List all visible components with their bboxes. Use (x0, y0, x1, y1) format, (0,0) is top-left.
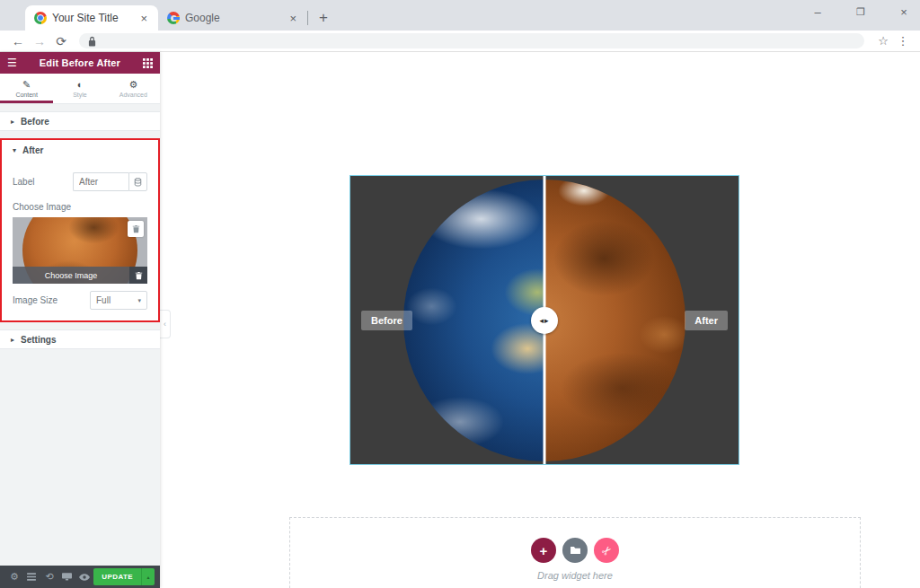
tab-close-icon[interactable]: × (288, 12, 298, 25)
section-before[interactable]: ▸ Before (0, 111, 160, 131)
maximize-button[interactable]: ❐ (852, 6, 870, 18)
after-label-input[interactable] (73, 172, 128, 191)
drag-widget-hint: Drag widget here (537, 570, 613, 581)
before-badge: Before (361, 311, 412, 330)
panel-tabs: ✎ Content ◐ Style ⚙ Advanced (0, 74, 160, 104)
trash-icon (132, 224, 140, 233)
lock-icon (88, 36, 96, 47)
label-field-label: Label (13, 177, 34, 187)
pencil-icon: ✎ (22, 79, 31, 90)
choose-image-button[interactable]: Choose Image (13, 267, 129, 284)
image-size-value: Full (96, 295, 137, 305)
section-after-label: After (22, 145, 43, 155)
tab-content-label: Content (15, 92, 38, 98)
tab-style[interactable]: ◐ Style (53, 74, 106, 103)
close-window-button[interactable]: × (895, 5, 913, 19)
panel-body: ▸ Before ▾ After Label (0, 104, 160, 349)
tab-title: Google (185, 12, 282, 24)
tab-title: Your Site Title (52, 12, 133, 24)
update-options-caret[interactable]: ▴ (141, 568, 155, 585)
mars-after-image (544, 180, 686, 461)
preview-canvas: Before After ◂▸ + ✂ Drag widget here (160, 52, 920, 588)
bookmark-star-icon[interactable]: ☆ (873, 34, 893, 48)
panel-footer: ⚙ ⟲ UPDATE ▴ (0, 566, 160, 588)
navigator-icon[interactable] (23, 573, 41, 581)
window-controls: – ❐ × (809, 0, 913, 23)
hamburger-menu-icon[interactable]: ☰ (7, 57, 17, 68)
settings-gear-icon[interactable]: ⚙ (5, 571, 23, 583)
section-settings[interactable]: ▸ Settings (0, 329, 160, 349)
widgets-grid-icon[interactable] (143, 58, 153, 68)
minimize-button[interactable]: – (809, 5, 827, 19)
reload-button[interactable]: ⟳ (50, 32, 72, 50)
choose-image-bar: Choose Image (13, 267, 147, 284)
tab-advanced-label: Advanced (119, 92, 147, 98)
scissors-button[interactable]: ✂ (594, 538, 619, 563)
google-favicon-icon (167, 12, 180, 24)
section-before-label: Before (21, 117, 49, 127)
responsive-mode-icon[interactable] (58, 573, 76, 581)
gear-icon: ⚙ (128, 79, 137, 90)
forward-button[interactable]: → (29, 32, 50, 50)
drop-area[interactable]: + ✂ Drag widget here (289, 517, 861, 588)
remove-image-button[interactable] (128, 221, 144, 237)
image-preview-box[interactable]: Choose Image (13, 217, 147, 284)
tab-separator (307, 11, 308, 25)
settings-wrap: ▸ Settings (0, 329, 160, 349)
tab-style-label: Style (73, 92, 87, 98)
back-button[interactable]: ← (7, 32, 29, 50)
panel-header: ☰ Edit Before After (0, 52, 160, 74)
panel-title: Edit Before After (17, 57, 143, 68)
caret-right-icon: ▸ (11, 336, 14, 344)
add-section-button[interactable]: + (531, 538, 556, 563)
monitor-icon (62, 573, 72, 581)
database-icon (134, 178, 142, 187)
image-size-label: Image Size (13, 295, 58, 305)
browser-menu-icon[interactable]: ⋮ (893, 34, 913, 48)
caret-down-icon: ▾ (13, 146, 16, 154)
scissors-icon: ✂ (598, 542, 615, 558)
preview-eye-icon[interactable] (76, 574, 94, 581)
earth-before-image (403, 180, 544, 461)
browser-toolbar: ← → ⟳ ☆ ⋮ (0, 31, 920, 52)
panel-collapse-handle[interactable]: ‹ (160, 310, 171, 338)
trash-icon (135, 271, 143, 280)
choose-image-label: Choose Image (13, 202, 147, 212)
delete-image-button[interactable] (129, 267, 147, 284)
update-button-group: UPDATE ▴ (93, 568, 155, 585)
image-size-row: Image Size Full ▾ (13, 291, 147, 310)
address-bar[interactable] (79, 33, 864, 48)
image-size-select[interactable]: Full ▾ (90, 291, 147, 310)
tab-google[interactable]: Google × (158, 5, 307, 31)
section-after-highlighted: ▾ After Label (0, 138, 160, 322)
template-library-button[interactable] (562, 538, 588, 563)
chevron-down-icon: ▾ (137, 297, 141, 304)
style-half-circle-icon: ◐ (77, 79, 84, 90)
folder-icon (570, 546, 581, 555)
section-settings-label: Settings (21, 335, 56, 345)
browser-window: Your Site Title × Google × + – ❐ × ← → ⟳… (0, 0, 920, 588)
label-control-row: Label (13, 172, 147, 191)
active-tab-underline (0, 101, 53, 103)
history-icon[interactable]: ⟲ (40, 571, 58, 583)
slider-drag-handle[interactable]: ◂▸ (531, 307, 558, 334)
dynamic-tags-button[interactable] (128, 172, 147, 191)
page-content: ☰ Edit Before After ✎ Content ◐ Style ⚙ … (0, 52, 920, 588)
elementor-panel: ☰ Edit Before After ✎ Content ◐ Style ⚙ … (0, 52, 160, 588)
tab-close-icon[interactable]: × (138, 12, 149, 25)
drop-area-buttons: + ✂ (531, 538, 619, 563)
section-after-body: Label Choose Image (2, 160, 158, 320)
before-after-widget[interactable]: Before After ◂▸ (349, 175, 739, 465)
eye-icon (79, 574, 90, 581)
caret-right-icon: ▸ (11, 118, 14, 126)
new-tab-button[interactable]: + (312, 6, 335, 30)
tab-strip: Your Site Title × Google × + – ❐ × (0, 0, 920, 31)
tab-your-site-title[interactable]: Your Site Title × (25, 5, 158, 31)
after-badge: After (685, 311, 728, 330)
section-after[interactable]: ▾ After (2, 140, 158, 160)
tab-content[interactable]: ✎ Content (0, 74, 53, 103)
update-button[interactable]: UPDATE (93, 568, 141, 585)
site-favicon-icon (34, 12, 47, 24)
tab-advanced[interactable]: ⚙ Advanced (107, 74, 160, 103)
layers-icon (27, 573, 36, 581)
